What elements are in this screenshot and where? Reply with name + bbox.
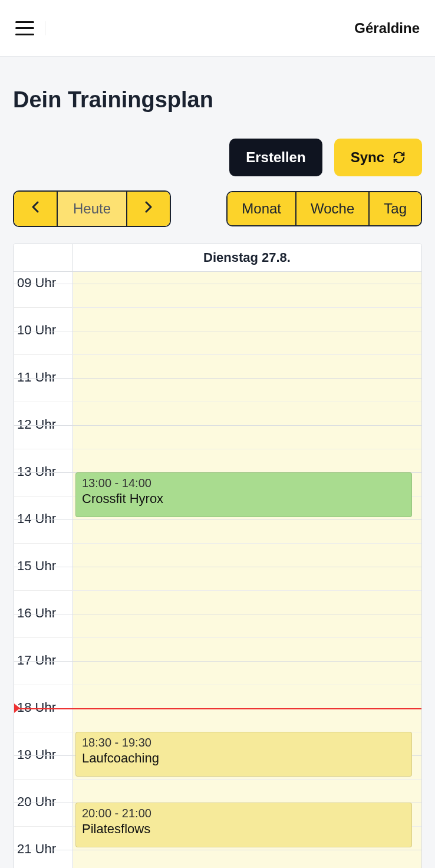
view-day-button[interactable]: Tag <box>368 192 421 225</box>
hour-label: 15 Uhr <box>14 558 72 574</box>
event-title: Crossfit Hyrox <box>82 491 406 507</box>
calendar-header: Dienstag 27.8. <box>14 244 421 272</box>
half-hour-line <box>14 590 421 591</box>
menu-icon[interactable] <box>15 21 45 35</box>
hour-line <box>14 567 421 567</box>
create-button-label: Erstellen <box>246 149 305 166</box>
today-label: Heute <box>73 200 111 216</box>
calendar: Dienstag 27.8. 09 Uhr10 Uhr11 Uhr12 Uhr1… <box>13 244 422 868</box>
half-hour-line <box>14 543 421 544</box>
hour-line <box>14 284 421 284</box>
hour-label: 10 Uhr <box>14 323 72 338</box>
date-nav-group: Heute <box>13 190 171 227</box>
username-label[interactable]: Géraldine <box>354 20 420 37</box>
hour-label: 12 Uhr <box>14 417 72 432</box>
current-time-marker-icon <box>14 703 20 713</box>
hour-label: 18 Uhr <box>14 700 72 715</box>
hour-line <box>14 425 421 426</box>
calendar-event[interactable]: 20:00 - 21:00Pilatesflows <box>75 803 412 847</box>
hour-label: 14 Uhr <box>14 511 72 527</box>
view-switch-group: Monat Woche Tag <box>226 191 422 226</box>
calendar-body: 09 Uhr10 Uhr11 Uhr12 Uhr13 Uhr14 Uhr15 U… <box>14 272 421 868</box>
chevron-right-icon <box>144 200 153 214</box>
view-week-label: Woche <box>311 200 354 216</box>
today-button[interactable]: Heute <box>57 192 126 226</box>
half-hour-line <box>14 354 421 355</box>
chevron-left-icon <box>31 200 40 214</box>
sync-button[interactable]: Sync <box>334 139 422 176</box>
hour-label: 09 Uhr <box>14 275 72 291</box>
view-day-label: Tag <box>384 200 407 216</box>
hour-line <box>14 661 421 662</box>
half-hour-line <box>14 637 421 638</box>
hour-label: 11 Uhr <box>14 370 72 385</box>
event-time: 20:00 - 21:00 <box>82 807 406 820</box>
half-hour-line <box>14 779 421 780</box>
hour-line <box>14 331 421 331</box>
day-column[interactable]: 13:00 - 14:00Crossfit Hyrox18:30 - 19:30… <box>72 272 421 868</box>
half-hour-line <box>14 307 421 308</box>
hour-label: 21 Uhr <box>14 841 72 857</box>
refresh-icon <box>393 151 406 164</box>
hour-label: 16 Uhr <box>14 606 72 621</box>
event-title: Pilatesflows <box>82 821 406 837</box>
view-month-label: Monat <box>242 200 281 216</box>
half-hour-line <box>14 685 421 685</box>
next-button[interactable] <box>126 192 170 226</box>
prev-button[interactable] <box>14 192 57 226</box>
calendar-event[interactable]: 18:30 - 19:30Laufcoaching <box>75 732 412 777</box>
hour-label: 13 Uhr <box>14 464 72 479</box>
view-week-button[interactable]: Woche <box>295 192 368 225</box>
event-time: 13:00 - 14:00 <box>82 476 406 490</box>
event-time: 18:30 - 19:30 <box>82 736 406 749</box>
content: Dein Trainingsplan Erstellen Sync Heute <box>0 57 435 868</box>
page-title: Dein Trainingsplan <box>13 87 422 113</box>
hour-label: 20 Uhr <box>14 794 72 810</box>
actions-row: Erstellen Sync <box>13 139 422 176</box>
nav-row: Heute Monat Woche Tag <box>13 190 422 227</box>
hour-line <box>14 850 421 850</box>
topbar: Géraldine <box>0 0 435 57</box>
calendar-event[interactable]: 13:00 - 14:00Crossfit Hyrox <box>75 472 412 517</box>
hour-line <box>14 520 421 520</box>
half-hour-line <box>14 402 421 402</box>
view-month-button[interactable]: Monat <box>228 192 295 225</box>
half-hour-line <box>14 449 421 449</box>
hour-line <box>14 614 421 614</box>
create-button[interactable]: Erstellen <box>229 139 322 176</box>
calendar-day-header: Dienstag 27.8. <box>72 244 421 271</box>
hour-line <box>14 378 421 379</box>
event-title: Laufcoaching <box>82 751 406 766</box>
calendar-corner <box>14 244 72 271</box>
hour-label: 19 Uhr <box>14 747 72 762</box>
current-time-line <box>14 708 421 709</box>
hour-label: 17 Uhr <box>14 653 72 668</box>
sync-button-label: Sync <box>351 149 384 166</box>
